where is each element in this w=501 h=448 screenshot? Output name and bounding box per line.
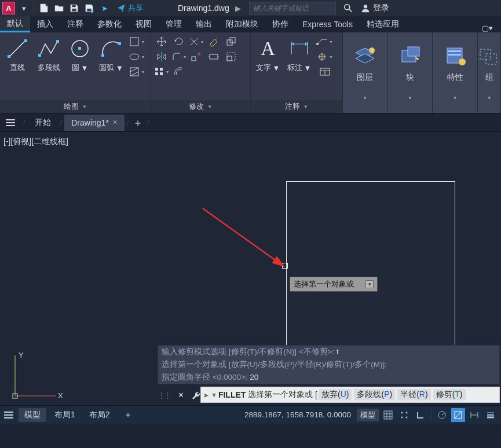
share-button[interactable]: 共享 [116,3,143,13]
table-button[interactable] [316,65,334,79]
grip-icon[interactable]: ⋮⋮ [158,391,170,399]
scale-icon[interactable] [223,50,239,64]
panel-properties-expand[interactable]: ▼ [433,94,477,102]
drawing-canvas[interactable]: [-][俯视][二维线框] 选择第一个对象或 ▾ Y X 输入修剪模式选项 [修… [0,132,501,405]
add-layout-button[interactable]: ＋ [118,408,138,422]
title-caret-icon[interactable]: ▶ [235,4,241,13]
share-label: 共享 [128,3,143,13]
forward-icon[interactable]: ➤ [98,2,111,14]
lineweight-icon[interactable] [484,408,498,422]
osnap-icon[interactable] [451,408,465,422]
hamburger-icon[interactable] [5,118,16,127]
polygon-split-button[interactable]: ▼ [127,35,146,49]
copy-icon[interactable] [223,35,239,49]
arc-button[interactable]: 圆弧▼ [96,35,126,98]
opt-undo[interactable]: 放弃(U) [319,389,352,401]
block-icon[interactable] [397,43,423,69]
panel-modify-title[interactable]: 修改▼ [151,100,250,113]
new-tab-button[interactable]: ＋ [131,116,145,130]
search-input[interactable] [249,2,336,14]
polyline-button[interactable]: 多段线 [34,35,64,98]
tab-layout2[interactable]: 布局2 [83,408,116,422]
tab-output[interactable]: 输出 [189,16,219,32]
tab-featured-apps[interactable]: 精选应用 [360,16,406,32]
tab-model[interactable]: 模型 [19,408,46,422]
tab-view[interactable]: 视图 [129,16,159,32]
command-line[interactable]: ▸ ▾ FILLET 选择第一个对象或 [ 放弃(U) 多段线(P) 半径(R)… [200,387,500,403]
chevron-down-icon[interactable]: ▼ [116,64,123,72]
line-button[interactable]: 直线 [2,35,32,98]
polar-icon[interactable] [435,408,449,422]
panel-group-expand[interactable]: ▼ [478,94,500,102]
chevron-down-icon[interactable]: ▼ [273,64,280,72]
app-menu-button[interactable]: A [2,2,15,14]
tab-collaborate[interactable]: 协作 [265,16,295,32]
layout-menu-icon[interactable] [3,411,14,419]
explode-icon[interactable] [188,50,204,64]
svg-line-52 [203,208,284,266]
model-space-badge[interactable]: 模型 [357,409,379,421]
layer-icon[interactable] [352,43,378,69]
panel-layer-expand[interactable]: ▼ [343,94,387,102]
chevron-down-icon[interactable]: ▼ [304,64,312,72]
viewport-label[interactable]: [-][俯视][二维线框] [3,137,68,147]
otrack-icon[interactable] [467,408,481,422]
svg-rect-9 [38,54,41,57]
hatch-split-button[interactable]: ▼ [127,65,146,79]
tab-addins[interactable]: 附加模块 [219,16,265,32]
tab-express-tools[interactable]: Express Tools [295,16,360,32]
tab-annotate[interactable]: 注释 [60,16,90,32]
app-menu-dropdown-icon[interactable]: ▾ [17,2,30,14]
panel-layer: 图层 ▼ [343,32,388,113]
login-label: 登录 [373,3,389,13]
opt-radius[interactable]: 半径(R) [397,389,430,401]
array-split-button[interactable]: ▼ [153,65,170,79]
offset-icon[interactable] [171,65,187,79]
svg-point-33 [316,43,319,45]
tab-default[interactable]: 默认 [0,16,30,32]
command-line-handle[interactable]: ⋮⋮ ✕ [158,387,203,403]
tooltip-options-icon[interactable]: ▾ [365,280,374,288]
group-icon[interactable] [478,43,501,69]
grid-icon[interactable] [381,408,395,422]
rotate-icon[interactable] [171,35,187,49]
fillet-split-button[interactable]: ▼ [171,50,187,64]
ribbon-minimize-icon[interactable]: ▢▾ [474,24,501,32]
ellipse-split-button[interactable]: ▼ [127,50,146,64]
ortho-icon[interactable] [414,408,427,422]
tab-layout1[interactable]: 布局1 [49,408,81,422]
panel-block-expand[interactable]: ▼ [388,94,433,102]
panel-draw-title[interactable]: 绘图▼ [0,100,151,113]
opt-polyline[interactable]: 多段线(P) [354,389,395,401]
ribbon-tabs: 默认 插入 注释 参数化 视图 管理 输出 附加模块 协作 Express To… [0,16,501,32]
panel-annotate-title[interactable]: 注释▼ [251,100,342,113]
saveas-icon[interactable] [83,2,96,14]
opt-trim[interactable]: 修剪(T) [433,389,466,401]
tab-manage[interactable]: 管理 [159,16,189,32]
move-icon[interactable] [153,35,170,49]
dimension-button[interactable]: 标注▼ [284,35,315,98]
tab-parametric[interactable]: 参数化 [90,16,129,32]
leader-split-button[interactable]: ▼ [316,35,334,49]
circle-button[interactable]: 圆▼ [65,35,95,98]
arc-icon [98,36,124,61]
text-button[interactable]: A 文字▼ [253,35,283,98]
open-icon[interactable] [53,2,65,14]
close-commandline-icon[interactable]: ✕ [175,391,186,399]
tab-insert[interactable]: 插入 [30,16,60,32]
properties-icon[interactable] [443,43,468,69]
centermark-split-button[interactable]: ▼ [316,50,334,64]
close-icon[interactable]: ✕ [112,119,118,126]
save-icon[interactable] [68,2,81,14]
trim-split-button[interactable]: ▼ [188,35,204,49]
snap-icon[interactable] [397,408,411,422]
mirror-icon[interactable] [153,50,170,64]
search-icon[interactable] [343,3,353,13]
stretch-icon[interactable] [206,50,222,64]
login-button[interactable]: 登录 [360,3,389,13]
chevron-down-icon[interactable]: ▼ [81,64,89,72]
tab-drawing1[interactable]: Drawing1* ✕ [64,115,125,131]
new-icon[interactable] [38,2,50,14]
tab-start[interactable]: 开始 [28,115,58,131]
erase-icon[interactable] [206,35,222,49]
